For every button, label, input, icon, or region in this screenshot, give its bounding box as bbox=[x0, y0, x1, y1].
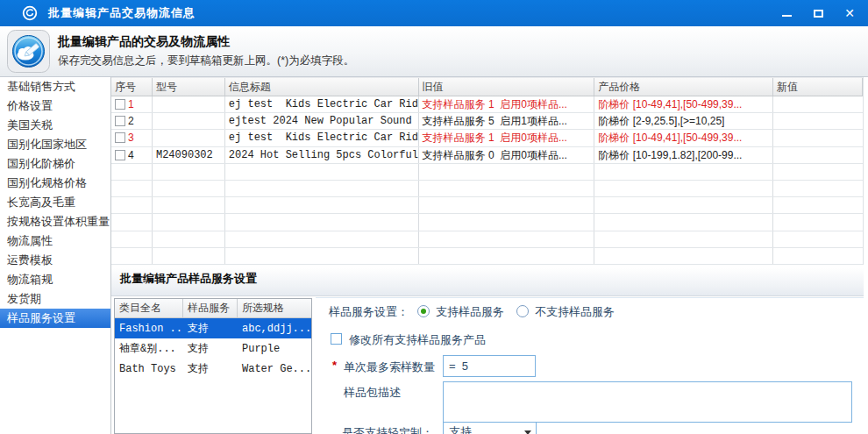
sidebar-item-sample-service[interactable]: 样品服务设置 bbox=[0, 309, 110, 328]
window-title: 批量编辑产品交易物流信息 bbox=[48, 5, 196, 21]
cell-index: 1 bbox=[111, 96, 153, 112]
row-checkbox[interactable] bbox=[115, 150, 125, 160]
sidebar-item-dimensions-weight[interactable]: 长宽高及毛重 bbox=[0, 193, 110, 212]
col-header-old-value: 旧值 bbox=[419, 78, 595, 96]
sidebar-item-us-tariff[interactable]: 美国关税 bbox=[0, 116, 110, 135]
col-header-category: 类目全名 bbox=[115, 299, 183, 317]
cell-new-value bbox=[773, 113, 863, 129]
col-header-model: 型号 bbox=[153, 78, 225, 96]
radio-support-sample[interactable] bbox=[417, 305, 430, 317]
cell-sample-service: 支持 bbox=[183, 359, 238, 379]
cell-index: 4 bbox=[111, 147, 153, 163]
cell-selected-specs: Water Ge... bbox=[238, 359, 311, 379]
row-checkbox[interactable] bbox=[115, 99, 125, 110]
sidebar-item-logistics-carton[interactable]: 物流箱规 bbox=[0, 270, 110, 289]
light-custom-select-value: 支持 bbox=[449, 424, 472, 434]
light-custom-label: 是否支持轻定制： bbox=[342, 425, 433, 434]
sidebar-item-price-setting[interactable]: 价格设置 bbox=[0, 96, 110, 116]
sample-section-band: 批量编辑产品样品服务设置 bbox=[111, 265, 864, 296]
category-list: 类目全名 样品服务 所选规格 Fashion ... 支持 abc,ddjj..… bbox=[114, 298, 312, 434]
table-row-empty bbox=[111, 248, 863, 265]
cell-model bbox=[153, 96, 225, 112]
col-header-new-value: 新值 bbox=[773, 78, 863, 96]
minimize-button[interactable] bbox=[775, 2, 798, 25]
sample-pack-desc-textarea[interactable] bbox=[443, 381, 852, 423]
col-header-price: 产品价格 bbox=[594, 78, 773, 96]
sidebar-item-freight-template[interactable]: 运费模板 bbox=[0, 251, 110, 270]
cell-title: ejtest 2024 New Popular Sound S... bbox=[225, 113, 419, 129]
cell-index: 3 bbox=[111, 130, 153, 146]
list-item[interactable]: Fashion ... 支持 abc,ddjj... bbox=[115, 318, 311, 338]
maximize-button[interactable] bbox=[807, 2, 829, 25]
radio-no-support-sample[interactable] bbox=[516, 305, 529, 317]
table-row-empty bbox=[111, 181, 863, 197]
table-row-empty bbox=[111, 231, 863, 248]
cell-price: 阶梯价 [10-49,41],[50-499,39... bbox=[594, 96, 773, 112]
table-header-row: 序号 型号 信息标题 旧值 产品价格 新值 bbox=[111, 77, 863, 96]
table-row-empty bbox=[111, 197, 863, 214]
table-row: 2 ejtest 2024 New Popular Sound S... 支持样… bbox=[111, 113, 863, 130]
modify-all-label[interactable]: 修改所有支持样品服务产品 bbox=[349, 332, 486, 348]
product-table: 序号 型号 信息标题 旧值 产品价格 新值 1 ej test Kids Ele… bbox=[111, 77, 864, 265]
radio-support-sample-label[interactable]: 支持样品服务 bbox=[436, 304, 504, 320]
sidebar-item-spec-volume-weight[interactable]: 按规格设置体积重量 bbox=[0, 212, 110, 231]
col-header-sample-service: 样品服务 bbox=[183, 299, 238, 317]
category-list-header: 类目全名 样品服务 所选规格 bbox=[115, 299, 311, 318]
sample-section-title: 批量编辑产品样品服务设置 bbox=[120, 271, 257, 287]
cell-new-value bbox=[773, 96, 863, 112]
cell-model bbox=[153, 113, 225, 129]
cell-price: 阶梯价 [10-49,41],[50-499,39... bbox=[594, 130, 773, 146]
cell-old-value: 支持样品服务 5 启用1项样品... bbox=[419, 113, 595, 129]
max-sample-qty-label: 单次最多索样数量 bbox=[344, 359, 435, 375]
app-logo-icon bbox=[22, 5, 38, 21]
table-row: 3 ej test Kids Electric Car Ride... 支持样品… bbox=[111, 130, 863, 146]
maximize-icon bbox=[814, 10, 823, 18]
sidebar-item-country-tier-price[interactable]: 国别化阶梯价 bbox=[0, 154, 110, 174]
sidebar-item-country-region[interactable]: 国别化国家地区 bbox=[0, 135, 110, 154]
radio-no-support-sample-label[interactable]: 不支持样品服务 bbox=[535, 304, 615, 320]
cell-model bbox=[153, 130, 225, 146]
minimize-icon bbox=[782, 15, 792, 17]
cell-title: 2024 Hot Selling 5pcs Colorful ... bbox=[225, 147, 419, 163]
sidebar-item-country-spec-price[interactable]: 国别化规格价格 bbox=[0, 174, 110, 193]
col-header-selected-specs: 所选规格 bbox=[238, 299, 311, 317]
close-button[interactable]: ✕ bbox=[838, 2, 861, 25]
table-row: 4 M24090302 2024 Hot Selling 5pcs Colorf… bbox=[111, 147, 863, 164]
cell-title: ej test Kids Electric Car Ride... bbox=[225, 96, 419, 112]
col-header-index: 序号 bbox=[111, 78, 153, 96]
col-header-title: 信息标题 bbox=[225, 78, 419, 96]
sample-pack-desc-label: 样品包描述 bbox=[344, 385, 401, 401]
chevron-down-icon bbox=[524, 430, 531, 434]
sidebar-item-basic-sale[interactable]: 基础销售方式 bbox=[0, 77, 110, 96]
list-item[interactable]: 袖章&别... 支持 Purple bbox=[115, 338, 311, 359]
cell-new-value bbox=[773, 147, 863, 163]
light-custom-select[interactable]: 支持 bbox=[443, 422, 537, 434]
edit-cloud-icon bbox=[7, 30, 50, 73]
list-item[interactable]: Bath Toys 支持 Water Ge... bbox=[115, 359, 311, 379]
row-checkbox[interactable] bbox=[115, 132, 125, 143]
max-sample-qty-input[interactable]: = 5 bbox=[443, 355, 536, 377]
close-icon: ✕ bbox=[844, 6, 855, 20]
sidebar-item-logistics-attr[interactable]: 物流属性 bbox=[0, 231, 110, 251]
header-banner: 批量编辑产品的交易及物流属性 保存完交易信息之后，要到草稿箱更新上网。(*)为必… bbox=[0, 26, 868, 77]
cell-old-value: 支持样品服务 1 启用0项样品... bbox=[419, 130, 595, 146]
table-row: 1 ej test Kids Electric Car Ride... 支持样品… bbox=[111, 96, 863, 113]
window-controls: ✕ bbox=[775, 0, 861, 26]
form-divider bbox=[316, 297, 864, 298]
cell-old-value: 支持样品服务 1 启用0项样品... bbox=[419, 96, 595, 112]
sidebar-item-delivery-period[interactable]: 发货期 bbox=[0, 289, 110, 309]
page-title: 批量编辑产品的交易及物流属性 bbox=[58, 34, 230, 50]
cell-sample-service: 支持 bbox=[183, 338, 238, 359]
sidebar: 基础销售方式 价格设置 美国关税 国别化国家地区 国别化阶梯价 国别化规格价格 … bbox=[0, 77, 111, 434]
cell-category: Fashion ... bbox=[115, 318, 183, 338]
page-subtitle: 保存完交易信息之后，要到草稿箱更新上网。(*)为必填字段。 bbox=[58, 53, 354, 68]
row-checkbox[interactable] bbox=[115, 116, 125, 126]
cell-selected-specs: Purple bbox=[238, 338, 311, 359]
cell-sample-service: 支持 bbox=[183, 318, 238, 338]
table-row-empty bbox=[111, 164, 863, 181]
modify-all-checkbox[interactable] bbox=[331, 333, 342, 345]
cell-category: 袖章&别... bbox=[115, 338, 183, 359]
cell-new-value bbox=[773, 130, 863, 146]
titlebar: 批量编辑产品交易物流信息 ✕ bbox=[0, 0, 868, 26]
table-row-empty bbox=[111, 214, 863, 231]
